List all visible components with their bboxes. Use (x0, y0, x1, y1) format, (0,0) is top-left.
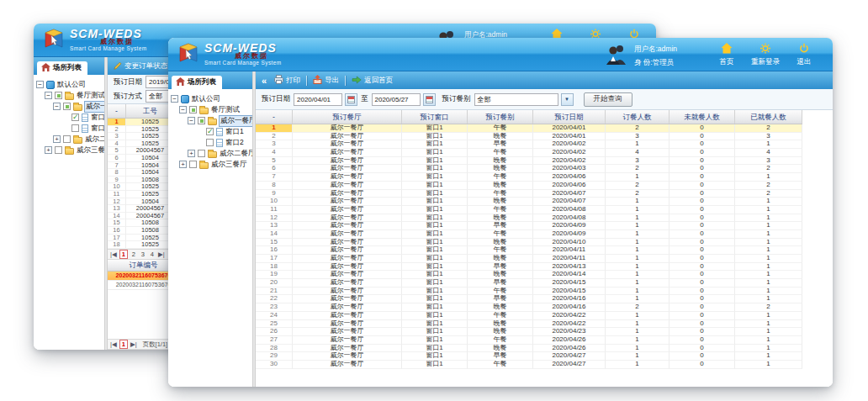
tree-checkbox[interactable] (63, 135, 71, 143)
pager-page-button[interactable]: 1 (119, 340, 128, 349)
tree-node[interactable]: 窗口1 (34, 112, 103, 123)
nav-home-button[interactable]: 首页 (712, 43, 742, 67)
column-header[interactable]: 已就餐人数 (735, 110, 802, 124)
collapse-toggle-icon[interactable]: − (36, 81, 44, 88)
table-row[interactable]: 20威尔一餐厅窗口1早餐2020/04/15101 (256, 279, 802, 288)
pager-first-button[interactable]: |◀ (110, 340, 117, 348)
toolbar-button[interactable]: 变更订单状态 (114, 61, 167, 71)
column-header[interactable]: - (108, 104, 126, 118)
tree-node[interactable]: 窗口2 (34, 123, 103, 134)
tree-checkbox[interactable] (55, 146, 62, 154)
collapse-toggle-icon[interactable]: − (53, 103, 61, 110)
table-row[interactable]: 30威尔一餐厅窗口1午餐2020/04/27101 (256, 361, 802, 369)
tree-node[interactable]: −威尔一餐厅 (169, 115, 251, 126)
pager-last-button[interactable]: ▶| (130, 340, 137, 348)
pager-page-button[interactable]: 1 (119, 250, 128, 259)
table-row[interactable]: 5威尔一餐厅窗口1晚餐2020/04/02303 (256, 157, 802, 166)
tree-checkbox[interactable] (189, 106, 197, 113)
table-row[interactable]: 14威尔一餐厅窗口1午餐2020/04/09101 (256, 230, 802, 239)
column-header[interactable]: 预订窗口 (402, 110, 468, 124)
collapse-toggle-icon[interactable]: − (179, 106, 187, 113)
expand-toggle-icon[interactable]: + (45, 146, 52, 154)
column-header[interactable]: 预订餐别 (468, 110, 533, 124)
tree-checkbox[interactable] (63, 103, 71, 110)
dropdown-trigger-icon[interactable]: ▼ (561, 93, 574, 106)
pager-first-button[interactable]: |◀ (110, 251, 117, 258)
toolbar-button[interactable]: 导出 (313, 75, 339, 86)
pager-last-button[interactable]: ▶| (158, 251, 165, 258)
table-row[interactable]: 11威尔一餐厅窗口1午餐2020/04/08101 (256, 206, 802, 214)
table-row[interactable]: 3威尔一餐厅窗口1早餐2020/04/02101 (256, 140, 802, 149)
table-row[interactable]: 15威尔一餐厅窗口1晚餐2020/04/10101 (256, 239, 802, 247)
tree-node[interactable]: −餐厅测试 (34, 90, 103, 101)
table-row[interactable]: 12威尔一餐厅窗口1晚餐2020/04/08101 (256, 214, 802, 223)
table-row[interactable]: 25威尔一餐厅窗口1晚餐2020/04/22101 (256, 320, 802, 329)
table-row[interactable]: 9威尔一餐厅窗口1午餐2020/04/07202 (256, 190, 802, 198)
tree-node[interactable]: +威尔二餐厅 (34, 134, 103, 145)
toolbar-button[interactable]: 打印 (274, 75, 300, 86)
tree-node[interactable]: 窗口2 (169, 137, 251, 148)
tree-node[interactable]: 窗口1 (169, 126, 251, 137)
tree-checkbox[interactable] (206, 128, 214, 135)
toolbar-button[interactable]: 返回首页 (352, 76, 393, 86)
collapse-sidebar-button[interactable]: « (262, 76, 267, 86)
table-row[interactable]: 7威尔一餐厅窗口1午餐2020/04/06101 (256, 173, 802, 182)
table-row[interactable]: 23威尔一餐厅窗口1晚餐2020/04/16202 (256, 303, 802, 312)
table-row[interactable]: 10威尔一餐厅窗口1晚餐2020/04/07101 (256, 198, 802, 206)
table-row[interactable]: 21威尔一餐厅窗口1午餐2020/04/15101 (256, 288, 802, 296)
pager-page-button[interactable]: 2 (130, 251, 137, 258)
tree-checkbox[interactable] (55, 92, 62, 99)
calendar-trigger-icon[interactable] (423, 93, 436, 106)
table-row[interactable]: 22威尔一餐厅窗口1早餐2020/04/16101 (256, 295, 802, 303)
expand-toggle-icon[interactable]: + (179, 161, 187, 168)
expand-toggle-icon[interactable]: + (53, 135, 61, 143)
table-row[interactable]: 29威尔一餐厅窗口1早餐2020/04/27101 (256, 352, 802, 361)
table-row[interactable]: 19威尔一餐厅窗口1晚餐2020/04/14101 (256, 271, 802, 279)
tab-place-list[interactable]: 场所列表 (172, 76, 222, 89)
table-row[interactable]: 18威尔一餐厅窗口1早餐2020/04/13101 (256, 263, 802, 272)
table-row[interactable]: 6威尔一餐厅窗口1晚餐2020/04/03202 (256, 165, 802, 173)
search-button[interactable]: 开始查询 (584, 92, 632, 107)
nav-relogin-button[interactable]: 重新登录 (750, 43, 781, 67)
tree-node[interactable]: +威尔三餐厅 (169, 159, 251, 170)
tree-node[interactable]: +威尔三餐厅 (34, 145, 103, 156)
tree-node[interactable]: −威尔一餐厅 (34, 101, 103, 112)
collapse-toggle-icon[interactable]: − (188, 117, 195, 124)
date-from-input[interactable]: 2020/04/01 (294, 93, 342, 106)
collapse-toggle-icon[interactable]: − (45, 92, 52, 99)
table-row[interactable]: 26威尔一餐厅窗口1晚餐2020/04/23101 (256, 328, 802, 336)
tree-checkbox[interactable] (198, 117, 205, 124)
nav-logout-button[interactable]: 退出 (789, 43, 819, 67)
table-row[interactable]: 8威尔一餐厅窗口1晚餐2020/04/06202 (256, 182, 802, 190)
expand-toggle-icon[interactable]: + (188, 150, 195, 157)
table-row[interactable]: 13威尔一餐厅窗口1早餐2020/04/09101 (256, 222, 802, 230)
tree-node[interactable]: −餐厅测试 (169, 104, 251, 115)
table-row[interactable]: 24威尔一餐厅窗口1午餐2020/04/22101 (256, 312, 802, 320)
tree-checkbox[interactable] (189, 161, 197, 168)
meal-select[interactable]: 全部 (474, 93, 558, 106)
column-header[interactable]: - (256, 110, 293, 124)
pager-page-button[interactable]: 3 (140, 251, 146, 258)
pager-page-button[interactable]: 4 (149, 251, 156, 258)
calendar-trigger-icon[interactable] (345, 93, 357, 106)
tree-node[interactable]: −默认公司 (169, 93, 251, 104)
tree-checkbox[interactable] (71, 124, 79, 132)
table-row[interactable]: 17威尔一餐厅窗口1晚餐2020/04/11101 (256, 255, 802, 263)
tree-node[interactable]: +威尔二餐厅 (169, 148, 251, 159)
table-row[interactable]: 27威尔一餐厅窗口1午餐2020/04/26101 (256, 336, 802, 345)
table-row[interactable]: 2威尔一餐厅窗口1晚餐2020/04/01303 (256, 133, 802, 141)
table-row[interactable]: 16威尔一餐厅窗口1午餐2020/04/11101 (256, 246, 802, 255)
column-header[interactable]: 未就餐人数 (670, 110, 735, 124)
collapse-toggle-icon[interactable]: − (171, 95, 178, 103)
tab-place-list[interactable]: 场所列表 (37, 61, 87, 75)
tree-checkbox[interactable] (206, 139, 214, 146)
tree-node[interactable]: −默认公司 (34, 79, 103, 90)
column-header[interactable]: 预订餐厅 (293, 110, 402, 124)
table-row[interactable]: 28威尔一餐厅窗口1晚餐2020/04/26101 (256, 345, 802, 353)
column-header[interactable]: 预订日期 (533, 110, 606, 124)
date-to-input[interactable]: 2020/05/27 (372, 93, 421, 106)
column-header[interactable]: 订餐人数 (606, 110, 670, 124)
tree-checkbox[interactable] (198, 150, 205, 157)
table-row[interactable]: 1威尔一餐厅窗口1午餐2020/04/01202 (256, 124, 802, 133)
table-row[interactable]: 4威尔一餐厅窗口1午餐2020/04/02404 (256, 149, 802, 157)
